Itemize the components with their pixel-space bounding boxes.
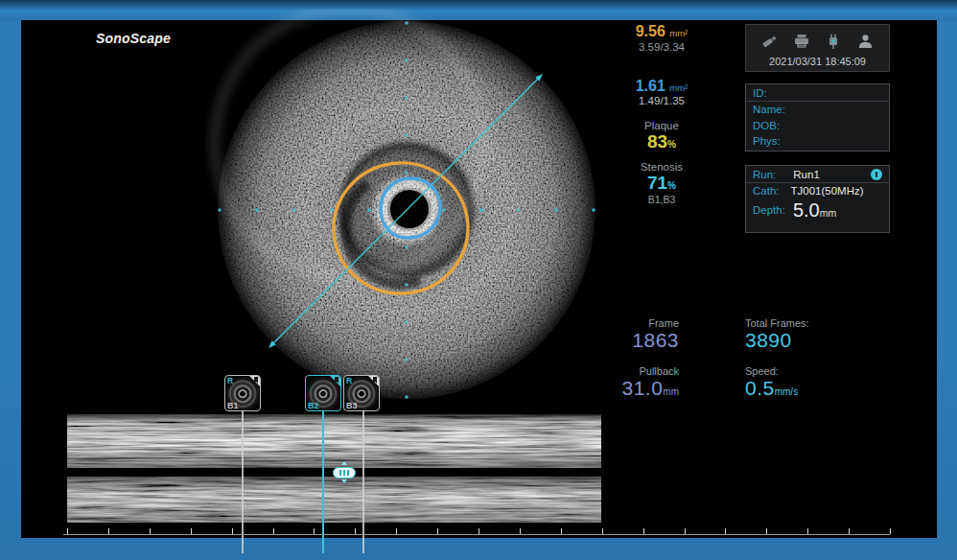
cath-value: TJ001(50MHz) bbox=[791, 185, 864, 197]
lumen-diameters: 1.49/1.35 bbox=[604, 95, 719, 106]
measurement-panel: 9.56 mm² 3.59/3.34 1.61 mm² 1.49/1.35 Pl… bbox=[604, 23, 719, 205]
patient-name-label: Name: bbox=[746, 102, 889, 118]
frame-label: Frame bbox=[575, 317, 679, 329]
lumen-area-value: 1.61 mm² bbox=[604, 78, 719, 95]
plaque-value: 83% bbox=[604, 131, 719, 152]
slider-up-arrow-icon bbox=[341, 461, 347, 465]
longitudinal-strip-bottom[interactable] bbox=[67, 477, 601, 523]
brand-logo: SonoScape bbox=[96, 31, 171, 46]
stenosis-value: 71% bbox=[604, 173, 719, 194]
ivus-workstation: SonoScape bbox=[0, 0, 957, 560]
stenosis-frames-ref: B1,B3 bbox=[604, 194, 719, 205]
cath-label: Cath: bbox=[753, 185, 780, 197]
total-frames-label: Total Frames: bbox=[745, 317, 879, 329]
total-speed-block: Total Frames: 3890 Speed: 0.5mm/s bbox=[745, 317, 879, 413]
pullback-ruler bbox=[63, 534, 890, 535]
total-frames-value: 3890 bbox=[745, 329, 879, 352]
screen: SonoScape bbox=[21, 20, 937, 538]
frame-slider-handle[interactable] bbox=[333, 464, 356, 480]
run-value: Run1 bbox=[793, 169, 871, 180]
power-icon[interactable] bbox=[823, 32, 844, 51]
printer-icon[interactable] bbox=[791, 32, 812, 51]
vessel-area-value: 9.56 mm² bbox=[604, 23, 719, 40]
speed-value: 0.5mm/s bbox=[745, 377, 879, 400]
bookmark-r-marker: R bbox=[227, 376, 233, 385]
usb-icon[interactable] bbox=[759, 32, 781, 51]
pullback-label: Pullback bbox=[575, 365, 679, 377]
user-icon[interactable] bbox=[854, 32, 875, 51]
plaque-label: Plaque bbox=[604, 120, 719, 131]
run-label: Run: bbox=[753, 169, 776, 180]
patient-panel[interactable]: ID: Name: DOB: Phys: bbox=[745, 83, 890, 152]
speed-label: Speed: bbox=[745, 365, 879, 377]
current-frame-line[interactable] bbox=[322, 411, 324, 553]
patient-dob-label: DOB: bbox=[746, 118, 889, 134]
vessel-diameters: 3.59/3.34 bbox=[604, 41, 719, 53]
bookmark-r-marker: R bbox=[346, 376, 352, 385]
stenosis-label: Stenosis bbox=[604, 161, 719, 173]
depth-label: Depth: bbox=[753, 204, 785, 216]
frame-value: 1863 bbox=[575, 329, 679, 352]
patient-id-label: ID: bbox=[746, 84, 889, 102]
run-panel[interactable]: Run: Run1 Cath: TJ001(50MHz) Depth: 5.0m… bbox=[745, 165, 890, 233]
pullback-value: 31.0mm bbox=[575, 377, 679, 400]
toolbar-panel: 2021/03/31 18:45:09 bbox=[745, 24, 890, 72]
bookmark-line-b3[interactable] bbox=[362, 411, 364, 553]
longitudinal-strip-top[interactable] bbox=[67, 414, 601, 468]
bookmark-label: B3 bbox=[346, 401, 358, 410]
bookmark-thumb-b3[interactable]: R B3 bbox=[343, 375, 380, 411]
frame-pullback-block: Frame 1863 Pullback 31.0mm bbox=[575, 317, 679, 413]
bookmark-thumb-b1[interactable]: R B1 bbox=[224, 375, 261, 411]
bookmark-label: B2 bbox=[308, 401, 319, 410]
slider-down-arrow-icon bbox=[341, 479, 347, 483]
bookmark-thumb-b2[interactable]: B2 bbox=[305, 375, 341, 411]
bookmark-line-b1[interactable] bbox=[242, 411, 244, 553]
run-info-icon[interactable] bbox=[871, 169, 882, 180]
depth-value: 5.0mm bbox=[793, 200, 836, 220]
bookmark-label: B1 bbox=[227, 401, 239, 410]
datetime-display: 2021/03/31 18:45:09 bbox=[746, 56, 889, 67]
catheter-artifact bbox=[389, 189, 431, 230]
slider-grip-icon bbox=[339, 470, 349, 476]
ivus-cross-section-view[interactable] bbox=[205, 9, 618, 421]
patient-phys-label: Phys: bbox=[746, 133, 889, 150]
